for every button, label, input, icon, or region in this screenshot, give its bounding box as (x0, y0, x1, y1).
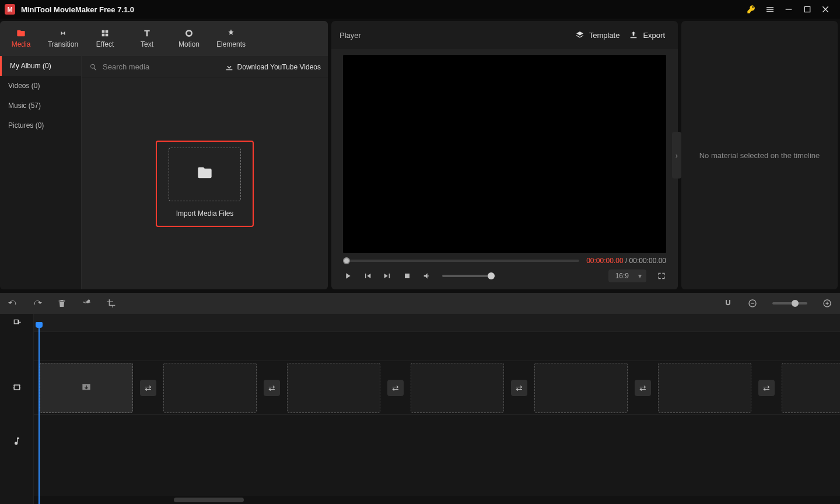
timeline-scrollbar[interactable] (34, 496, 840, 504)
tab-effect[interactable]: Effect (84, 21, 126, 56)
redo-icon[interactable] (33, 299, 42, 308)
player-controls: 16:9 (337, 265, 672, 289)
tab-media-label: Media (12, 40, 31, 48)
inspector-empty-text: No material selected on the timeline (699, 151, 820, 160)
clip-slot[interactable] (163, 363, 257, 413)
snap-icon[interactable] (723, 299, 733, 308)
menu-icon[interactable] (761, 0, 779, 19)
import-dropzone[interactable] (169, 148, 241, 201)
time-ruler[interactable] (34, 314, 840, 331)
album-item-music[interactable]: Music (57) (0, 96, 81, 116)
text-icon (142, 29, 152, 38)
import-media-label: Import Media Files (176, 209, 234, 218)
zoom-in-icon[interactable] (822, 299, 832, 308)
clip-slot[interactable] (411, 363, 504, 413)
stop-icon[interactable] (402, 271, 412, 281)
transition-slot[interactable]: ⇄ (635, 380, 651, 396)
effect-icon (100, 29, 110, 38)
fullscreen-icon[interactable] (657, 271, 666, 281)
album-item-videos[interactable]: Videos (0) (0, 76, 81, 96)
export-icon (629, 30, 638, 40)
export-button[interactable]: Export (624, 28, 670, 42)
aspect-ratio-select[interactable]: 16:9 (608, 270, 646, 282)
motion-icon (184, 29, 194, 38)
playhead[interactable] (38, 327, 40, 504)
search-placeholder: Search media (103, 62, 149, 71)
template-button[interactable]: Template (570, 28, 625, 42)
scrollbar-thumb[interactable] (174, 498, 244, 502)
time-current: 00:00:00.00 (586, 257, 623, 265)
inspector-panel: No material selected on the timeline (681, 21, 838, 289)
maximize-icon[interactable] (798, 0, 817, 19)
zoom-out-icon[interactable] (748, 299, 757, 308)
clip-slot[interactable] (782, 363, 840, 413)
tab-text[interactable]: Text (126, 21, 168, 56)
mode-tabs: Media Transition Effect Text (0, 21, 328, 56)
app-icon: M (5, 4, 15, 15)
zoom-thumb[interactable] (792, 300, 799, 307)
license-key-icon[interactable] (742, 0, 761, 19)
crop-icon[interactable] (106, 299, 116, 308)
volume-icon[interactable] (422, 271, 432, 281)
audio-track-icon[interactable] (0, 414, 34, 468)
album-toolbar: Search media Download YouTube Videos (82, 56, 328, 78)
zoom-slider[interactable] (772, 302, 807, 304)
video-preview[interactable] (343, 55, 666, 253)
seek-thumb[interactable] (343, 257, 350, 264)
elements-icon (226, 29, 236, 38)
aspect-ratio-value: 16:9 (615, 272, 629, 280)
audio-track[interactable] (34, 414, 840, 468)
play-icon[interactable] (343, 271, 352, 281)
app-title: MiniTool MovieMaker Free 7.1.0 (21, 5, 134, 14)
minimize-icon[interactable] (779, 0, 798, 19)
track-gutter (0, 314, 34, 504)
search-icon (89, 62, 98, 72)
tracks-area: ⇄ ⇄ ⇄ ⇄ ⇄ ⇄ (34, 331, 840, 504)
clip-slot[interactable] (287, 363, 380, 413)
clip-slot[interactable] (534, 363, 628, 413)
text-track[interactable] (34, 331, 840, 360)
inspector-toggle-handle[interactable]: › (672, 132, 681, 178)
transition-slot[interactable]: ⇄ (264, 380, 280, 396)
volume-slider[interactable] (442, 275, 495, 277)
album-item-my-album[interactable]: My Album (0) (0, 56, 81, 76)
clip-slot[interactable] (40, 363, 133, 413)
seek-bar[interactable] (343, 260, 579, 262)
transition-slot[interactable]: ⇄ (758, 380, 775, 396)
album-sidebar: My Album (0) Videos (0) Music (57) Pictu… (0, 56, 82, 289)
close-icon[interactable] (817, 0, 835, 19)
tab-media[interactable]: Media (0, 21, 42, 56)
timecode: 00:00:00.00 / 00:00:00.00 (586, 257, 666, 265)
import-media-button[interactable]: Import Media Files (156, 141, 254, 227)
undo-icon[interactable] (8, 299, 18, 308)
titlebar: M MiniTool MovieMaker Free 7.1.0 (0, 0, 840, 19)
video-track[interactable]: ⇄ ⇄ ⇄ ⇄ ⇄ ⇄ (34, 360, 840, 414)
timeline-toolbar (0, 293, 840, 314)
tab-text-label: Text (141, 40, 153, 48)
clip-slot[interactable] (658, 363, 751, 413)
layers-icon (575, 30, 584, 40)
transition-icon (58, 29, 68, 38)
player-header: Player Template Export (331, 21, 678, 49)
transition-slot[interactable]: ⇄ (511, 380, 527, 396)
split-icon[interactable] (82, 299, 91, 308)
import-area: Import Media Files (82, 78, 328, 289)
next-frame-icon[interactable] (383, 271, 392, 281)
add-track-button[interactable] (0, 314, 34, 331)
volume-thumb[interactable] (488, 272, 495, 279)
tab-motion[interactable]: Motion (168, 21, 210, 56)
tab-elements[interactable]: Elements (210, 21, 252, 56)
prev-frame-icon[interactable] (363, 271, 372, 281)
delete-icon[interactable] (57, 299, 66, 308)
transition-slot[interactable]: ⇄ (140, 380, 156, 396)
download-youtube-link[interactable]: Download YouTube Videos (225, 62, 321, 72)
folder-icon (197, 164, 213, 184)
tab-transition[interactable]: Transition (42, 21, 84, 56)
time-separator: / (624, 257, 629, 265)
download-icon (225, 62, 234, 72)
transition-slot[interactable]: ⇄ (387, 380, 404, 396)
video-track-icon[interactable] (0, 360, 34, 414)
album-item-pictures[interactable]: Pictures (0) (0, 116, 81, 135)
album-content: Search media Download YouTube Videos (82, 56, 328, 289)
search-input[interactable]: Search media (89, 62, 225, 72)
